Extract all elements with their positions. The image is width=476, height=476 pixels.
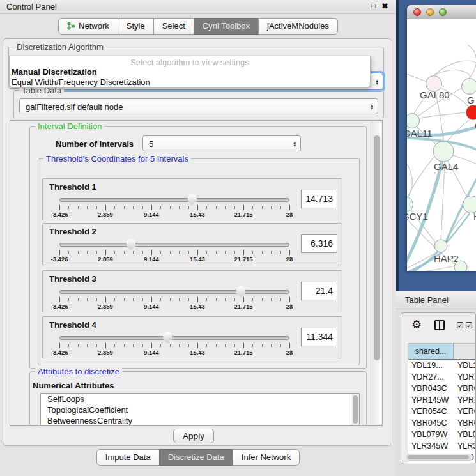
tab-discretize-data[interactable]: Discretize Data <box>159 449 233 466</box>
zoom-traffic-light-icon[interactable] <box>439 8 447 16</box>
tab-select[interactable]: Select <box>153 18 194 35</box>
scale-tick-label: 15.43 <box>190 303 205 310</box>
tab-cyni-toolbox[interactable]: Cyni Toolbox <box>194 18 259 35</box>
table-row[interactable]: YLR345WYLR3 <box>408 440 476 452</box>
scale-tick-label: -3.426 <box>51 349 68 356</box>
select-all-checkbox-icon[interactable]: ☑ <box>465 321 473 330</box>
node-hap2[interactable] <box>434 240 448 253</box>
threshold-3-value-field[interactable]: 21.4 <box>301 282 337 300</box>
slider-thumb[interactable] <box>163 332 173 344</box>
threshold-4-value-field[interactable]: 11.344 <box>301 328 337 346</box>
float-window-icon[interactable]: □ <box>371 1 376 10</box>
cell-shared-name[interactable]: YPR145W <box>408 394 454 406</box>
tab-jactivemnodules[interactable]: jActiveMNodules <box>258 18 338 35</box>
slider-thumb[interactable] <box>126 239 135 250</box>
threshold-1-slider[interactable] <box>59 193 289 206</box>
tab-discretize-data-label: Discretize Data <box>168 452 224 462</box>
control-panel-title: Control Panel <box>6 2 57 12</box>
tab-network[interactable]: Network <box>58 18 118 35</box>
slider-scale: -3.4262.8599.14415.4321.71528 <box>59 256 289 263</box>
apply-button[interactable]: Apply <box>173 429 214 443</box>
thresholds-group: Threshold's Coordinates for 5 Intervals … <box>38 158 360 365</box>
column-header-name[interactable]: na <box>454 344 476 359</box>
column-header-shared-name[interactable]: shared... <box>408 344 454 359</box>
minimize-traffic-light-icon[interactable] <box>426 8 434 16</box>
tab-style[interactable]: Style <box>118 18 154 35</box>
slider-thumb[interactable] <box>187 194 197 206</box>
scale-tick-label: 21.715 <box>234 349 252 356</box>
node-partial-bottom[interactable] <box>454 261 468 272</box>
node-gal4[interactable] <box>433 141 454 162</box>
cell-name[interactable]: YLR3 <box>454 440 476 452</box>
scale-tick-label: 2.859 <box>98 349 113 356</box>
table-row[interactable]: YPR145WYPR1 <box>408 394 476 406</box>
cell-name[interactable]: YDL1 <box>454 360 476 371</box>
gear-icon[interactable]: ⚙ <box>411 318 422 332</box>
tab-infer-network[interactable]: Infer Network <box>233 449 300 466</box>
cell-name[interactable]: YPR1 <box>454 394 476 406</box>
cell-name[interactable]: YER0 <box>454 406 476 417</box>
number-of-intervals-combobox[interactable]: 5 ▴▾ <box>142 135 301 151</box>
control-panel: Control Panel □ ✖ Network Style Select C… <box>0 0 396 476</box>
cyni-toolbox-panel: Discretization Algorithm ▴▾ Select algor… <box>3 38 392 446</box>
network-desktop: GAL80 G C GAL11 GAL4 GCY1 H HAP2 <box>396 0 476 291</box>
table-row[interactable]: YDR27...YDR2 <box>408 371 476 383</box>
numerical-attributes-label: Numerical Attributes <box>33 381 114 390</box>
cell-shared-name[interactable]: YDL19... <box>408 360 454 371</box>
right-panel: GAL80 G C GAL11 GAL4 GCY1 H HAP2 <box>396 0 476 476</box>
network-canvas[interactable]: GAL80 G C GAL11 GAL4 GCY1 H HAP2 <box>407 19 476 271</box>
list-item[interactable]: BetweennessCentrality <box>41 415 359 426</box>
tab-select-label: Select <box>162 21 185 31</box>
threshold-4-slider[interactable] <box>59 331 289 344</box>
table-data-combobox[interactable]: galFiltered.sif default node ▴▾ <box>19 98 378 114</box>
cell-shared-name[interactable]: YBR045C <box>408 417 454 429</box>
table-row[interactable]: YBL079WYBL0 <box>408 429 476 440</box>
popup-option-equal-width[interactable]: Equal Width/Frequency Discretization <box>10 77 370 88</box>
node-partial-g[interactable] <box>461 78 476 95</box>
popup-option-manual[interactable]: Manual Discretization <box>10 67 370 77</box>
number-of-intervals-label: Number of Intervals <box>56 139 134 149</box>
cell-shared-name[interactable]: YDR27... <box>408 371 454 383</box>
slider-track[interactable] <box>59 243 289 247</box>
threshold-2-value-field[interactable]: 6.316 <box>301 234 337 253</box>
slider-track[interactable] <box>59 198 289 202</box>
combo-stepper-icon: ▴▾ <box>371 104 373 110</box>
cell-shared-name[interactable]: YLR345W <box>408 440 454 452</box>
slider-track[interactable] <box>59 336 289 340</box>
cell-shared-name[interactable]: YBR043C <box>408 383 454 394</box>
cell-name[interactable]: YBL0 <box>454 429 476 440</box>
columns-icon[interactable] <box>434 320 445 330</box>
list-item[interactable]: TopologicalCoefficient <box>41 404 359 415</box>
cell-name[interactable]: YBR0 <box>454 417 476 429</box>
table-row[interactable]: YER054CYER0 <box>408 406 476 417</box>
tab-cyni-toolbox-label: Cyni Toolbox <box>203 21 250 31</box>
threshold-1-value-field[interactable]: 14.713 <box>301 190 337 208</box>
cell-name[interactable]: YDR2 <box>454 371 476 383</box>
table-row[interactable]: YBR043CYBR0 <box>408 383 476 394</box>
scale-tick-label: -3.426 <box>51 303 68 310</box>
list-item[interactable]: SelfLoops <box>41 394 359 404</box>
slider-scale: -3.4262.8599.14415.4321.71528 <box>59 349 289 357</box>
select-checkbox-icon[interactable]: ☑ <box>456 321 464 330</box>
control-panel-titlebar: Control Panel □ ✖ <box>0 0 396 14</box>
list-scrollbar[interactable] <box>351 394 359 426</box>
threshold-3-slider[interactable] <box>59 285 289 298</box>
scrollbar-thumb[interactable] <box>374 135 380 360</box>
scale-tick-label: 9.144 <box>144 256 159 263</box>
slider-scale: -3.4262.8599.14415.4321.71528 <box>59 211 289 219</box>
tab-impute-data[interactable]: Impute Data <box>96 449 160 466</box>
cell-name[interactable]: YBR0 <box>454 383 476 394</box>
table-row[interactable]: YBR045CYBR0 <box>408 417 476 429</box>
close-icon[interactable]: ✖ <box>381 1 388 11</box>
cell-shared-name[interactable]: YER054C <box>408 406 454 417</box>
scrollbar-thumb[interactable] <box>408 455 469 459</box>
close-traffic-light-icon[interactable] <box>413 8 421 16</box>
settings-scrollbar[interactable] <box>372 121 381 424</box>
tab-network-label: Network <box>79 21 109 31</box>
threshold-2-slider[interactable] <box>59 238 289 250</box>
table-horizontal-scrollbar[interactable] <box>406 454 473 461</box>
cell-shared-name[interactable]: YBL079W <box>408 429 454 440</box>
slider-thumb[interactable] <box>236 286 246 298</box>
slider-track[interactable] <box>59 290 289 294</box>
table-row[interactable]: YDL19...YDL1 <box>408 360 476 371</box>
